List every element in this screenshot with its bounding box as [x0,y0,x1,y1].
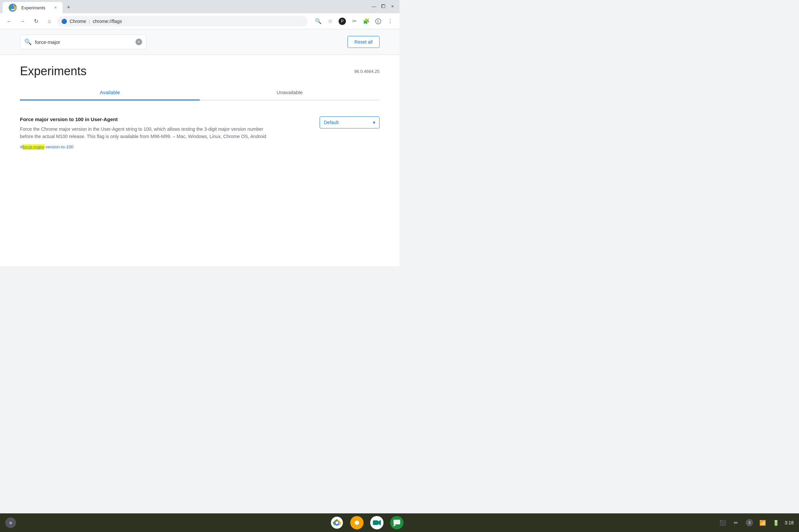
tab-title: Experiments [21,5,45,10]
toolbar-icons: 🔍 ☆ P ✂ 🧩 E ⋮ [313,16,395,26]
page-title: Experiments [20,64,87,78]
search-section: 🔍 × Reset all [0,29,400,55]
flag-dropdown-arrow-icon: ▾ [373,120,375,125]
refresh-button[interactable]: ↻ [31,16,41,26]
home-button[interactable]: ⌂ [44,16,55,26]
address-bar: ← → ↻ ⌂ 🔵 Chrome | chrome://flags 🔍 ☆ P … [0,13,400,29]
url-separator: | [89,19,90,24]
window-controls: — ⧠ × [370,2,400,13]
tab-favicon [7,2,19,14]
flag-link[interactable]: #force-major-version-to-100 [20,145,73,149]
site-name: Chrome [70,19,86,24]
active-tab[interactable]: Experiments × [3,2,62,13]
flag-content: Force major version to 100 in User-Agent… [20,116,306,150]
main-content: Experiments 96.0.4664.25 Available Unava… [0,55,400,266]
tab-available[interactable]: Available [20,85,200,100]
profile-icon[interactable]: P [337,16,348,26]
flag-link-highlight: force-major [22,145,44,149]
flag-item: Force major version to 100 in User-Agent… [20,111,379,155]
flag-dropdown-label: Default [324,120,339,125]
version-text: 96.0.4664.25 [354,69,379,74]
page-title-area: Experiments 96.0.4664.25 [20,55,379,85]
forward-button[interactable]: → [17,16,28,26]
svg-text:P: P [341,19,343,24]
flag-description: Force the Chrome major version in the Us… [20,126,273,140]
maximize-button[interactable]: ⧠ [379,2,388,11]
url-box[interactable]: 🔵 Chrome | chrome://flags [57,16,308,26]
tab-strip: Experiments × + [0,0,73,13]
bookmark-icon[interactable]: ☆ [325,16,336,26]
svg-point-2 [11,6,14,9]
title-bar: Experiments × + — ⧠ × [0,0,400,13]
tabs-row: Available Unavailable [20,85,379,100]
reset-all-button[interactable]: Reset all [348,36,379,48]
new-tab-button[interactable]: + [64,3,73,12]
scissors-icon[interactable]: ✂ [349,16,359,26]
flag-title: Force major version to 100 in User-Agent [20,116,306,122]
tab-close-button[interactable]: × [53,5,59,11]
clear-search-button[interactable]: × [135,39,142,45]
extension-icon[interactable]: E [373,16,384,26]
minimize-button[interactable]: — [370,2,378,11]
site-security-icon: 🔵 [61,19,67,24]
search-input[interactable] [35,39,132,45]
search-icon: 🔍 [24,38,32,45]
svg-text:E: E [377,20,379,23]
menu-icon[interactable]: ⋮ [385,16,395,26]
search-toolbar-icon[interactable]: 🔍 [313,16,323,26]
close-window-button[interactable]: × [388,2,397,11]
back-button[interactable]: ← [4,16,15,26]
url-display: chrome://flags [93,19,122,24]
tab-unavailable[interactable]: Unavailable [200,85,379,100]
puzzle-icon[interactable]: 🧩 [361,16,372,26]
search-box: 🔍 × [20,35,147,49]
flag-link-suffix: -version-to-100 [44,145,73,149]
flag-dropdown[interactable]: Default ▾ [320,116,379,129]
